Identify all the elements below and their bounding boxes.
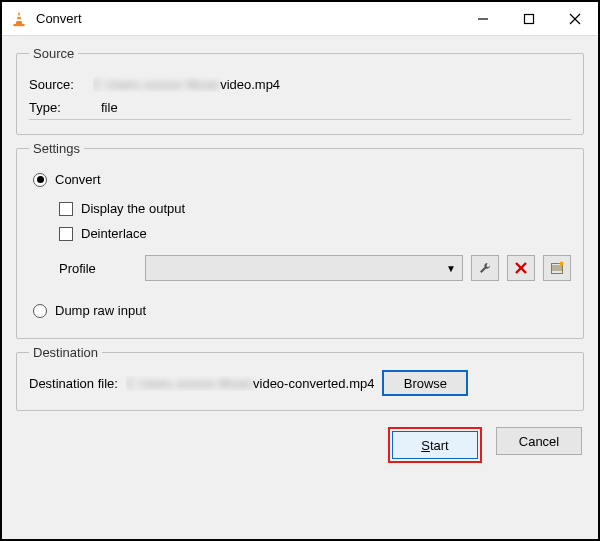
cancel-button-label: Cancel <box>519 434 559 449</box>
destination-legend: Destination <box>29 345 102 360</box>
new-profile-button[interactable] <box>543 255 571 281</box>
source-input[interactable]: C Users xxxxxx Music video.mp4 <box>93 77 280 92</box>
type-label: Type: <box>29 100 85 115</box>
destination-group: Destination Destination file: C Users xx… <box>16 345 584 411</box>
profile-dropdown[interactable]: ▼ <box>145 255 463 281</box>
display-output-label: Display the output <box>81 201 185 216</box>
svg-marker-0 <box>16 11 23 25</box>
minimize-button[interactable] <box>460 3 506 35</box>
edit-profile-button[interactable] <box>471 255 499 281</box>
start-button-highlight: Start <box>388 427 482 463</box>
dump-raw-label: Dump raw input <box>55 303 146 318</box>
display-output-checkbox[interactable]: Display the output <box>59 201 571 216</box>
browse-button[interactable]: Browse <box>382 370 468 396</box>
svg-point-14 <box>560 262 564 266</box>
source-legend: Source <box>29 46 78 61</box>
type-value: file <box>101 100 118 115</box>
convert-dialog: Convert Source Source: C Users xxxxxx Mu… <box>0 0 600 541</box>
cancel-button[interactable]: Cancel <box>496 427 582 455</box>
window-title: Convert <box>36 11 460 26</box>
start-button-label: Start <box>421 438 448 453</box>
start-button[interactable]: Start <box>392 431 478 459</box>
client-area: Source Source: C Users xxxxxx Music vide… <box>2 36 598 539</box>
delete-profile-button[interactable] <box>507 255 535 281</box>
vlc-cone-icon <box>10 10 28 28</box>
x-icon <box>514 261 528 275</box>
new-profile-icon <box>550 261 564 275</box>
close-button[interactable] <box>552 3 598 35</box>
source-group: Source Source: C Users xxxxxx Music vide… <box>16 46 584 135</box>
minimize-icon <box>477 13 489 25</box>
radio-icon <box>33 304 47 318</box>
checkbox-icon <box>59 227 73 241</box>
close-icon <box>569 13 581 25</box>
destination-label: Destination file: <box>29 376 118 391</box>
maximize-button[interactable] <box>506 3 552 35</box>
radio-icon <box>33 173 47 187</box>
window-controls <box>460 3 598 35</box>
settings-group: Settings Convert Display the output Dein… <box>16 141 584 339</box>
source-label: Source: <box>29 77 85 92</box>
profile-label: Profile <box>59 261 137 276</box>
settings-legend: Settings <box>29 141 84 156</box>
titlebar: Convert <box>2 2 598 36</box>
deinterlace-label: Deinterlace <box>81 226 147 241</box>
deinterlace-checkbox[interactable]: Deinterlace <box>59 226 571 241</box>
checkbox-icon <box>59 202 73 216</box>
svg-rect-2 <box>16 19 22 21</box>
svg-rect-3 <box>14 24 25 26</box>
convert-radio[interactable]: Convert <box>33 172 571 187</box>
svg-rect-1 <box>17 15 21 17</box>
svg-rect-5 <box>525 14 534 23</box>
destination-input[interactable]: C Users xxxxxx Music video-converted.mp4 <box>126 376 375 391</box>
convert-radio-label: Convert <box>55 172 101 187</box>
chevron-down-icon: ▼ <box>446 263 456 274</box>
browse-button-label: Browse <box>404 376 447 391</box>
maximize-icon <box>523 13 535 25</box>
dialog-buttons: Start Cancel <box>16 427 584 463</box>
dump-raw-radio[interactable]: Dump raw input <box>33 303 571 318</box>
wrench-icon <box>478 261 492 275</box>
